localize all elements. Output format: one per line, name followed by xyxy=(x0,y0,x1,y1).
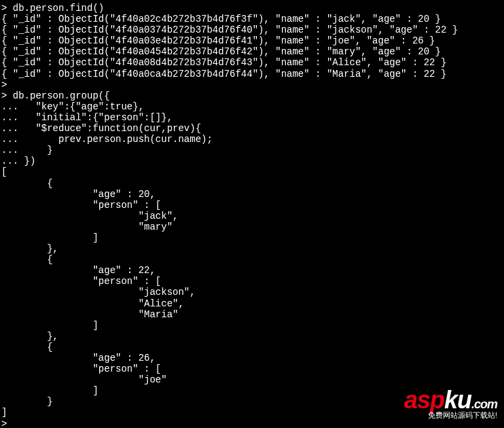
terminal-line: { xyxy=(1,178,503,189)
terminal-line: "jackson", xyxy=(1,287,503,298)
terminal-line: "Alice", xyxy=(1,298,503,309)
terminal-line: ... }) xyxy=(1,156,503,166)
terminal-line: { xyxy=(1,342,503,353)
terminal-line: "age" : 26, xyxy=(1,353,503,363)
terminal-line: ... prev.person.push(cur.name); xyxy=(1,134,503,145)
terminal-line: > db.person.group({ xyxy=(1,90,503,101)
terminal-line: "age" : 20, xyxy=(1,189,503,200)
terminal-line: { "_id" : ObjectId("4f40a0ca4b272b37b4d7… xyxy=(1,69,503,79)
terminal-line: { "_id" : ObjectId("4f40a0374b272b37b4d7… xyxy=(1,24,503,35)
terminal-line: "jack", xyxy=(1,211,503,221)
terminal-line: { xyxy=(1,254,503,265)
terminal-line: [ xyxy=(1,166,503,177)
terminal-line: ] xyxy=(1,232,503,243)
terminal-line: "age" : 22, xyxy=(1,265,503,276)
terminal-line: "Maria" xyxy=(1,309,503,320)
terminal-line: { "_id" : ObjectId("4f40a08d4b272b37b4d7… xyxy=(1,57,503,68)
terminal-line: "person" : [ xyxy=(1,363,503,374)
watermark-red-text: asp xyxy=(404,386,444,414)
terminal-line: ... "$reduce":function(cur,prev){ xyxy=(1,123,503,134)
terminal-line: "joe" xyxy=(1,374,503,385)
terminal-line: "mary" xyxy=(1,221,503,232)
terminal-line: ... "key":{"age":true}, xyxy=(1,101,503,112)
terminal-line: ... } xyxy=(1,145,503,156)
watermark: aspku.com 免费网站源码下载站! xyxy=(404,386,497,420)
terminal-output[interactable]: > db.person.find(){ "_id" : ObjectId("4f… xyxy=(1,3,503,428)
terminal-line: }, xyxy=(1,243,503,254)
terminal-line: { "_id" : ObjectId("4f40a03e4b272b37b4d7… xyxy=(1,35,503,46)
watermark-dotcom: .com xyxy=(471,397,497,411)
terminal-line: { "_id" : ObjectId("4f40a0454b272b37b4d7… xyxy=(1,46,503,57)
terminal-line: { "_id" : ObjectId("4f40a02c4b272b37b4d7… xyxy=(1,14,503,24)
terminal-line: > db.person.find() xyxy=(1,3,503,14)
watermark-logo: aspku.com xyxy=(404,386,497,414)
watermark-white-text: ku xyxy=(444,386,471,414)
terminal-line: "person" : [ xyxy=(1,200,503,211)
terminal-line: ] xyxy=(1,320,503,331)
terminal-line: "person" : [ xyxy=(1,276,503,287)
terminal-line: }, xyxy=(1,331,503,342)
terminal-line: > xyxy=(1,79,503,90)
terminal-line: ... "initial":{"person":[]}, xyxy=(1,112,503,123)
